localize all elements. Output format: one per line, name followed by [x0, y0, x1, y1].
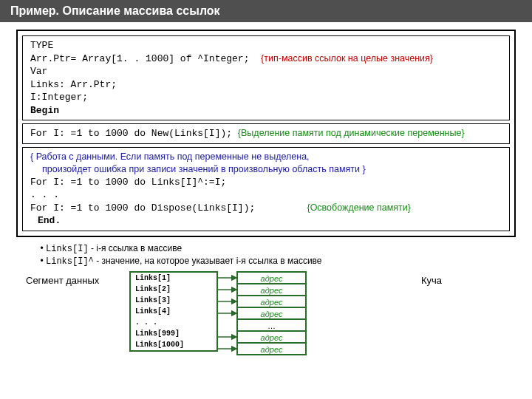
code-line: Links: Arr.Ptr;: [30, 78, 502, 92]
code-block-work: { Работа с данными. Если память под пере…: [22, 147, 510, 231]
code-line: TYPE: [30, 39, 502, 52]
comment-text: произойдет ошибка при записи значений в …: [30, 163, 502, 176]
code-line: Begin: [30, 104, 502, 117]
code-line: . . .: [30, 188, 502, 202]
plain-text: - i-я ссылка в массиве: [91, 243, 182, 253]
table-row: адрес: [236, 342, 307, 355]
heap-box: адрес адрес адрес адрес … адрес адрес: [236, 271, 307, 354]
comment-text: {Освобождение памяти}: [307, 202, 410, 213]
code-line: Arr.Ptr= Array[1. . 1000] of ^Integer; {…: [30, 52, 502, 66]
list-item: Links[I]^ - значение, на которое указыва…: [46, 256, 516, 267]
code-line: For I: =1 to 1000 do Links[I]^:=I;: [30, 176, 502, 189]
plain-text: - значение, на которое указывает i-я ссы…: [96, 256, 321, 266]
code-block-new: For I: =1 to 1000 do New(Links[I]); {Выд…: [22, 123, 510, 144]
data-segment-box: Links[1] Links[2] Links[3] Links[4] . . …: [129, 271, 218, 352]
comment-text: { Работа с данными. Если память под пере…: [30, 151, 502, 163]
list-item: Links[I] - i-я ссылка в массиве: [46, 243, 516, 254]
code-line: Var: [30, 65, 502, 78]
slide-title: Пример. Описание массива ссылок: [0, 0, 532, 22]
code-text: For I: =1 to 1000 do New(Links[I]);: [30, 128, 232, 139]
code-line: I:Integer;: [30, 91, 502, 104]
mono-text: Links[I]: [46, 244, 89, 254]
table-row: Links[999]: [131, 328, 216, 339]
mono-text: Links[I]^: [46, 256, 94, 267]
code-block-declarations: TYPE Arr.Ptr= Array[1. . 1000] of ^Integ…: [22, 35, 510, 120]
heap-label: Куча: [421, 275, 442, 286]
table-row: Links[1000]: [131, 339, 216, 350]
bullet-list: Links[I] - i-я ссылка в массиве Links[I]…: [16, 243, 516, 267]
code-text: For I: =1 to 1000 do Dispose(Links[I]);: [30, 202, 255, 214]
code-text: Arr.Ptr= Array[1. . 1000] of ^Integer;: [30, 53, 249, 64]
table-row: . . .: [131, 317, 216, 328]
comment-text: {Выделение памяти под динамические перем…: [238, 128, 465, 138]
code-line: For I: =1 to 1000 do Dispose(Links[I]); …: [30, 202, 502, 215]
table-row: Links[3]: [131, 295, 216, 306]
code-outer-frame: TYPE Arr.Ptr= Array[1. . 1000] of ^Integ…: [16, 30, 516, 237]
table-row: Links[4]: [131, 306, 216, 317]
data-segment-label: Сегмент данных: [26, 275, 99, 286]
table-row: Links[2]: [131, 284, 216, 295]
code-line: End.: [30, 214, 502, 228]
comment-text: {тип-массив ссылок на целые значения}: [261, 53, 433, 64]
table-row: Links[1]: [131, 273, 216, 284]
slide: Пример. Описание массива ссылок TYPE Arr…: [0, 0, 532, 399]
